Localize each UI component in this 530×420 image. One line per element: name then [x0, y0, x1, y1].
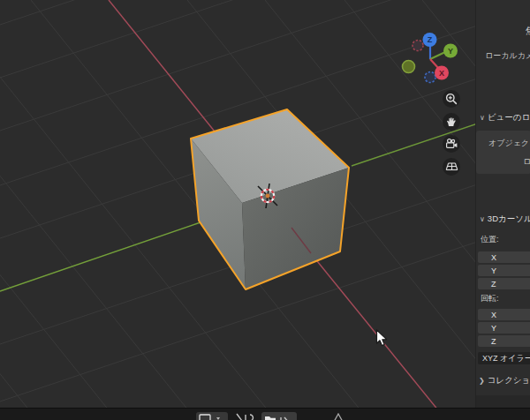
- chevron-down-icon: ∨: [480, 114, 485, 122]
- camera-view-button[interactable]: [443, 135, 460, 153]
- grid-icon: [445, 161, 458, 173]
- gizmo-neg-z-ball[interactable]: [425, 72, 435, 83]
- magnifier-plus-icon: [445, 93, 458, 105]
- view-lock-box: オブジェクト ロック: [476, 131, 530, 174]
- header-small-icon: [333, 413, 344, 420]
- perspective-toggle-button[interactable]: [443, 158, 460, 176]
- clipped-label-fragment: 焦: [526, 25, 530, 37]
- lock-object-label: オブジェクト: [488, 138, 530, 149]
- rotation-order-dropdown[interactable]: XYZ オイラー: [478, 352, 530, 364]
- rotation-label: 回転:: [481, 293, 499, 304]
- viewport-3d[interactable]: Z Y X: [0, 0, 530, 420]
- collections-section-header[interactable]: ❯コレクション: [479, 375, 530, 386]
- hand-icon: [445, 116, 458, 128]
- sidebar-view-panel: 焦 ローカルカメラ ∨ビューのロック オブジェクト ロック ∨3Dカーソル 位置…: [475, 0, 530, 408]
- editor-type-button[interactable]: [196, 412, 228, 420]
- zoom-button[interactable]: [443, 90, 460, 108]
- cursor-rotation-y-field[interactable]: Y: [478, 322, 530, 334]
- header-glyphs: [235, 412, 258, 420]
- bottom-editor-header: [0, 408, 530, 420]
- gizmo-neg-x-ball[interactable]: [413, 41, 423, 51]
- gizmo-x-label: X: [439, 69, 444, 78]
- cursor-3d-section-header[interactable]: ∨3Dカーソル: [480, 214, 530, 225]
- editor-type-icon: [199, 414, 225, 420]
- chevron-down-icon: ∨: [480, 215, 485, 223]
- cursor-location-z-field[interactable]: Z: [478, 278, 530, 289]
- cursor-rotation-z-field[interactable]: Z: [478, 335, 530, 347]
- gizmo-y-label: Y: [448, 47, 453, 56]
- cursor-rotation-x-field[interactable]: X: [478, 309, 530, 320]
- location-label: 位置:: [481, 234, 499, 245]
- browse-button[interactable]: [261, 412, 297, 420]
- folder-icon: [264, 414, 294, 420]
- local-camera-label: ローカルカメラ: [485, 50, 530, 62]
- cursor-location-x-field[interactable]: X: [478, 251, 530, 263]
- view-lock-section-header[interactable]: ∨ビューのロック: [480, 112, 530, 124]
- camera-icon: [445, 138, 458, 150]
- gizmo-neg-y-ball[interactable]: [403, 61, 415, 73]
- pan-view-button[interactable]: [443, 113, 460, 131]
- lock-value-fragment: ロック: [523, 156, 530, 168]
- blender-window: Z Y X: [0, 0, 530, 420]
- mouse-cursor: [375, 329, 390, 349]
- gizmo-z-label: Z: [428, 35, 433, 44]
- chevron-right-icon: ❯: [479, 377, 485, 385]
- cursor-location-y-field[interactable]: Y: [478, 265, 530, 276]
- panel-footer-strip: [476, 395, 530, 408]
